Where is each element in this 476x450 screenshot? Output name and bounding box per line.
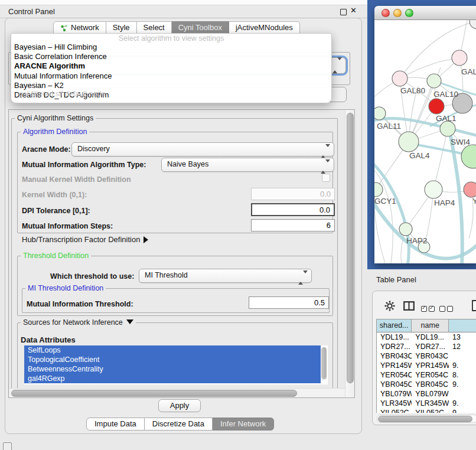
network-node[interactable] — [425, 181, 442, 198]
network-node[interactable] — [374, 107, 386, 120]
table-cell: 8. — [449, 370, 476, 380]
zoom-traffic-light-icon[interactable] — [405, 9, 413, 17]
tab-label: Select — [144, 22, 165, 34]
aracne-mode-combo[interactable]: Discovery — [71, 142, 334, 156]
kernel-width-field[interactable]: 0.0 — [251, 188, 335, 200]
h-scrollbar-thumb[interactable] — [11, 390, 297, 397]
table-cell: YBR045C — [377, 380, 412, 389]
table-cell: YDR27... — [377, 342, 412, 351]
table-row[interactable]: YIL052CYIL052C9. — [377, 408, 476, 413]
table-row[interactable]: YBR043CYBR043C — [377, 351, 476, 361]
mi-type-combo[interactable]: Naive Bayes — [161, 158, 334, 172]
close-traffic-light-icon[interactable] — [382, 9, 390, 17]
apply-button[interactable]: Apply — [158, 399, 201, 412]
algorithm-option-bayesian-hill-climbing[interactable]: Bayesian – Hill Climbing — [11, 43, 331, 52]
dpi-tolerance-label: DPI Tolerance [0,1]: — [22, 207, 90, 215]
network-canvas[interactable]: GALGAL80GAL10GAL1GAL11SWI4GAL4GCY1HAP4YH… — [374, 20, 476, 263]
data-attributes-list[interactable]: SelfLoopsTopologicalCoefficientBetweenne… — [24, 345, 328, 384]
tab-cyni-toolbox[interactable]: Cyni Toolbox — [172, 21, 229, 34]
table-row[interactable]: YDR27...YDR27...12 — [377, 342, 476, 351]
collapse-down-icon — [126, 319, 133, 324]
table-h-scrollbar[interactable] — [377, 415, 476, 423]
table-row[interactable]: YBL079WYBL079W — [377, 389, 476, 399]
mi-threshold-field[interactable]: 0.5 — [249, 296, 329, 309]
collapsed-panel-handle[interactable] — [3, 442, 12, 450]
algorithm-option-bayesian-k2[interactable]: Bayesian – K2 — [11, 81, 331, 90]
control-panel-header: Control Panel ✕ — [0, 5, 367, 18]
network-node[interactable] — [392, 71, 407, 86]
table-row[interactable]: YER054CYER054C8. — [377, 370, 476, 380]
dpi-tolerance-field[interactable]: 0.0 — [251, 203, 335, 216]
attribute-item-selfloops[interactable]: SelfLoops — [24, 345, 321, 355]
algorithm-option-mutual-information-inference[interactable]: Mutual Information Inference — [11, 71, 331, 81]
file-export-icon[interactable] — [472, 300, 476, 314]
v-scrollbar-track[interactable] — [345, 110, 355, 397]
gear-icon[interactable] — [384, 301, 395, 314]
tab-label: Cyni Toolbox — [178, 22, 222, 34]
tab-select[interactable]: Select — [137, 21, 172, 34]
float-window-icon[interactable] — [340, 9, 347, 15]
manual-kernel-checkbox[interactable] — [322, 174, 330, 182]
network-node[interactable] — [440, 121, 455, 136]
expand-right-icon — [144, 236, 148, 243]
table-row[interactable]: YLR345WYLR345W9. — [377, 399, 476, 408]
node-label: HAP4 — [434, 198, 455, 207]
network-node[interactable] — [374, 182, 383, 197]
column-header-shared[interactable]: shared... — [377, 319, 412, 332]
mi-steps-field[interactable]: 6 — [251, 219, 335, 231]
combo-stepper-icon — [298, 272, 308, 284]
network-node[interactable] — [470, 20, 476, 29]
attribute-item-gal4rgexp[interactable]: gal4RGexp — [24, 374, 321, 383]
bottom-tab-infer-network[interactable]: Infer Network — [213, 418, 274, 431]
attribute-item-topologicalcoefficient[interactable]: TopologicalCoefficient — [24, 355, 321, 364]
node-label: GAL — [461, 67, 476, 76]
network-node[interactable] — [429, 99, 444, 114]
node-label: GAL11 — [377, 122, 401, 131]
table-row[interactable]: YPR145WYPR145W9. — [377, 361, 476, 370]
network-edge[interactable] — [433, 129, 448, 190]
hub-definition-toggle[interactable]: Hub/Transcription Factor Definition — [22, 235, 148, 244]
table-cell: YIL052C — [412, 408, 449, 413]
v-scrollbar-thumb[interactable] — [347, 113, 354, 383]
which-threshold-label: Which threshold to use: — [50, 272, 134, 281]
node-table[interactable]: shared...name YDL19...YDL19...13YDR27...… — [376, 319, 476, 413]
list-scrollbar[interactable] — [321, 347, 327, 381]
minimize-traffic-light-icon[interactable] — [393, 9, 402, 17]
h-scrollbar-track[interactable] — [9, 388, 345, 397]
table-h-scrollbar-thumb[interactable] — [378, 416, 472, 422]
table-row[interactable]: YBR045CYBR045C9. — [377, 380, 476, 389]
show-checked-columns-icon[interactable] — [421, 304, 436, 314]
threshold-definition-title: Threshold Definition — [21, 252, 91, 260]
bottom-tab-impute-data[interactable]: Impute Data — [86, 418, 145, 431]
close-icon[interactable]: ✕ — [350, 6, 357, 15]
table-cell: YDL19... — [377, 332, 412, 342]
network-node[interactable] — [464, 182, 476, 197]
hide-columns-icon[interactable] — [439, 304, 455, 314]
list-scrollbar-thumb[interactable] — [321, 347, 327, 379]
aracne-mode-label: Aracne Mode: — [22, 145, 71, 154]
node-label: GAL1 — [436, 114, 457, 123]
node-label: GAL4 — [409, 151, 430, 160]
tab-jactivemnodules[interactable]: jActiveMNodules — [229, 21, 300, 34]
network-node[interactable] — [452, 50, 467, 66]
algorithm-option-basic-correlation-inference[interactable]: Basic Correlation Inference — [11, 52, 331, 61]
table-row[interactable]: YDL19...YDL19...13 — [377, 332, 476, 342]
column-header-cut[interactable] — [449, 319, 476, 332]
bottom-tab-discretize-data[interactable]: Discretize Data — [145, 418, 213, 431]
network-node[interactable] — [399, 223, 412, 236]
tab-network[interactable]: Network — [53, 21, 106, 34]
manual-kernel-label: Manual Kernel Width Definition — [22, 175, 131, 184]
which-threshold-combo[interactable]: MI Threshold — [139, 269, 312, 283]
network-node[interactable] — [399, 132, 419, 152]
combo-stepper-icon[interactable] — [332, 60, 342, 71]
network-node[interactable] — [427, 74, 441, 88]
sources-title[interactable]: Sources for Network Inference — [21, 318, 136, 327]
network-node[interactable] — [461, 145, 476, 168]
algorithm-option-aracne-algorithm[interactable]: ARACNE Algorithm — [11, 61, 331, 71]
column-header-name[interactable]: name — [412, 319, 449, 332]
attribute-item-betweennesscentrality[interactable]: BetweennessCentrality — [24, 364, 321, 374]
split-columns-icon[interactable] — [403, 301, 415, 313]
network-graph[interactable]: GALGAL80GAL10GAL1GAL11SWI4GAL4GCY1HAP4YH… — [374, 20, 476, 263]
network-window-titlebar[interactable] — [374, 6, 476, 20]
tab-style[interactable]: Style — [106, 21, 137, 34]
